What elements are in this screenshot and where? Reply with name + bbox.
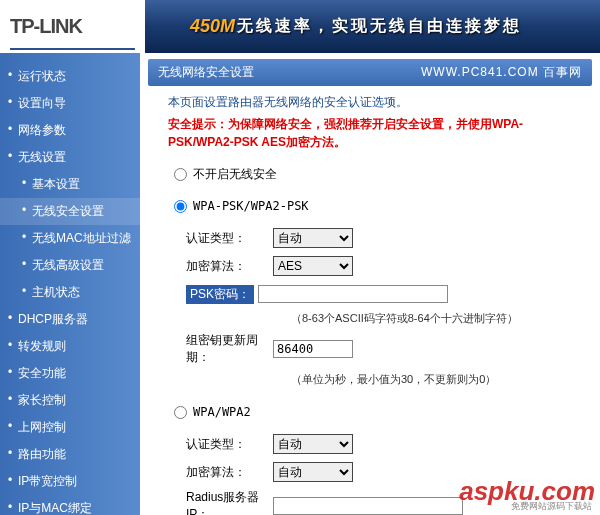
logo-box: TP-LINK: [0, 0, 145, 53]
sidebar-item-10[interactable]: 转发规则: [0, 333, 140, 360]
psk-label: PSK密码：: [186, 285, 254, 304]
app-header: TP-LINK 450M 无线速率，实现无线自由连接梦想: [0, 0, 600, 53]
row-enc: 加密算法： AES: [168, 255, 572, 277]
sidebar-item-8[interactable]: 主机状态: [0, 279, 140, 306]
logo-underline: [10, 48, 135, 50]
radio-none[interactable]: [174, 168, 187, 181]
radio-none-label: 不开启无线安全: [193, 166, 277, 183]
auth-select[interactable]: 自动: [273, 228, 353, 248]
enc-select[interactable]: AES: [273, 256, 353, 276]
logo-text: TP-LINK: [10, 15, 82, 38]
radio-wpa-label: WPA/WPA2: [193, 405, 251, 419]
sidebar-item-3[interactable]: 无线设置: [0, 144, 140, 171]
sidebar-item-12[interactable]: 家长控制: [0, 387, 140, 414]
radius-ip-label: Radius服务器IP：: [168, 489, 273, 515]
radio-wpa-psk[interactable]: [174, 200, 187, 213]
wpa-enc-select[interactable]: 自动: [273, 462, 353, 482]
main-container: 运行状态设置向导网络参数无线设置基本设置无线安全设置无线MAC地址过滤无线高级设…: [0, 53, 600, 515]
renew-label: 组密钥更新周期：: [168, 332, 273, 366]
radius-ip-input[interactable]: [273, 497, 463, 515]
sidebar-item-5[interactable]: 无线安全设置: [0, 198, 140, 225]
auth-label: 认证类型：: [168, 230, 273, 247]
wpa-enc-label: 加密算法：: [168, 464, 273, 481]
sidebar-item-13[interactable]: 上网控制: [0, 414, 140, 441]
panel-url: WWW.PC841.COM 百事网: [421, 64, 582, 81]
sidebar-item-7[interactable]: 无线高级设置: [0, 252, 140, 279]
panel-header: 无线网络安全设置 WWW.PC841.COM 百事网: [148, 59, 592, 86]
panel-title: 无线网络安全设置: [158, 64, 254, 81]
panel-warning: 安全提示：为保障网络安全，强烈推荐开启安全设置，并使用WPA-PSK/WPA2-…: [168, 115, 572, 151]
radio-row-none: 不开启无线安全: [174, 163, 572, 185]
sidebar-item-16[interactable]: IP与MAC绑定: [0, 495, 140, 515]
sidebar-item-1[interactable]: 设置向导: [0, 90, 140, 117]
sidebar: 运行状态设置向导网络参数无线设置基本设置无线安全设置无线MAC地址过滤无线高级设…: [0, 53, 140, 515]
sidebar-item-0[interactable]: 运行状态: [0, 63, 140, 90]
wpa-auth-label: 认证类型：: [168, 436, 273, 453]
psk-hint: （8-63个ASCII码字符或8-64个十六进制字符）: [291, 311, 572, 326]
sidebar-item-11[interactable]: 安全功能: [0, 360, 140, 387]
panel-desc: 本页面设置路由器无线网络的安全认证选项。: [168, 94, 572, 111]
slogan: 450M 无线速率，实现无线自由连接梦想: [190, 16, 522, 37]
enc-label: 加密算法：: [168, 258, 273, 275]
sidebar-item-2[interactable]: 网络参数: [0, 117, 140, 144]
sidebar-menu: 运行状态设置向导网络参数无线设置基本设置无线安全设置无线MAC地址过滤无线高级设…: [0, 63, 140, 515]
watermark-sub: 免费网站源码下载站: [511, 500, 592, 513]
wpa-auth-select[interactable]: 自动: [273, 434, 353, 454]
row-psk: PSK密码：: [168, 283, 572, 305]
sidebar-item-6[interactable]: 无线MAC地址过滤: [0, 225, 140, 252]
radio-row-wpa-psk: WPA-PSK/WPA2-PSK: [174, 195, 572, 217]
row-wpa-auth: 认证类型： 自动: [168, 433, 572, 455]
renew-hint: （单位为秒，最小值为30，不更新则为0）: [291, 372, 572, 387]
row-renew: 组密钥更新周期：: [168, 332, 572, 366]
renew-input[interactable]: [273, 340, 353, 358]
radio-wpa-psk-label: WPA-PSK/WPA2-PSK: [193, 199, 309, 213]
row-auth-type: 认证类型： 自动: [168, 227, 572, 249]
sidebar-item-14[interactable]: 路由功能: [0, 441, 140, 468]
sidebar-item-15[interactable]: IP带宽控制: [0, 468, 140, 495]
sidebar-item-9[interactable]: DHCP服务器: [0, 306, 140, 333]
radio-row-wpa: WPA/WPA2: [174, 401, 572, 423]
sidebar-item-4[interactable]: 基本设置: [0, 171, 140, 198]
content-area: 无线网络安全设置 WWW.PC841.COM 百事网 本页面设置路由器无线网络的…: [140, 53, 600, 515]
slogan-highlight: 450M: [190, 16, 235, 37]
psk-input[interactable]: [258, 285, 448, 303]
slogan-text: 无线速率，实现无线自由连接梦想: [237, 16, 522, 37]
radio-wpa[interactable]: [174, 406, 187, 419]
panel-body: 本页面设置路由器无线网络的安全认证选项。 安全提示：为保障网络安全，强烈推荐开启…: [148, 86, 592, 515]
